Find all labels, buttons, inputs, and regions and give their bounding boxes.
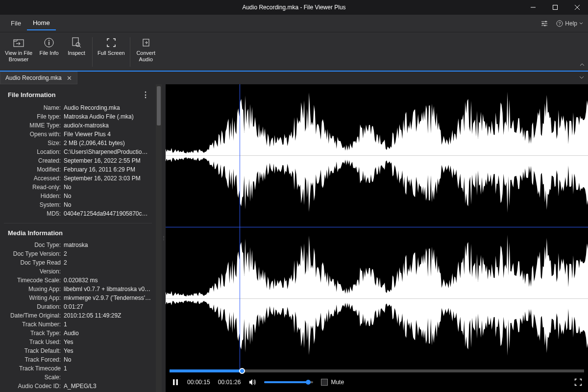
splitter-handle[interactable]: ⋮ <box>162 84 166 392</box>
property-label: Track Forced: <box>5 355 64 364</box>
property-label: Doc Type Read Version: <box>5 258 64 276</box>
menu-file[interactable]: File <box>5 17 27 30</box>
property-label: Read-only: <box>5 183 64 192</box>
minimize-button[interactable] <box>522 0 544 15</box>
window-title: Audio Recording.mka - File Viewer Plus <box>242 4 345 11</box>
property-label: Muxing App: <box>5 285 64 294</box>
progress-thumb[interactable] <box>239 368 245 374</box>
property-row: Duration:0:01:27 <box>4 302 152 311</box>
menu-home[interactable]: Home <box>27 16 56 30</box>
scrollbar-thumb[interactable] <box>157 86 161 125</box>
pause-button[interactable] <box>172 378 179 386</box>
sidebar-scrollbar[interactable] <box>156 84 162 392</box>
property-value: matroska <box>64 241 151 249</box>
ribbon-label: Full Screen <box>98 50 125 56</box>
view-in-file-browser-button[interactable]: View in File Browser <box>2 35 35 65</box>
close-tab-icon[interactable]: ✕ <box>67 74 72 82</box>
property-row: Modified:February 16, 2011 6:29 PM <box>4 165 152 174</box>
collapse-ribbon-button[interactable] <box>579 62 585 69</box>
tab-bar: Audio Recording.mka ✕ <box>0 71 588 84</box>
help-button[interactable]: ? Help <box>556 20 583 27</box>
property-row: Timecode Scale:0.020832 ms <box>4 276 152 285</box>
property-row: Doc Type Read Version:2 <box>4 258 152 276</box>
property-value: Yes <box>64 346 151 355</box>
inspect-button[interactable]: Inspect <box>63 35 90 58</box>
property-row: Doc Type:matroska <box>4 241 152 249</box>
file-info-header: File Information ⋮ <box>4 84 152 103</box>
media-info-title: Media Information <box>8 229 63 237</box>
volume-thumb[interactable] <box>306 380 311 385</box>
property-value: Audio Recording.mka <box>64 103 151 112</box>
property-label: Name: <box>5 103 64 112</box>
file-tab[interactable]: Audio Recording.mka ✕ <box>0 72 77 84</box>
property-value: libebml v0.7.7 + libmatroska v0.8.1 <box>64 285 151 294</box>
fullscreen-button[interactable] <box>574 378 582 386</box>
property-row: Track Used:Yes <box>4 338 152 346</box>
property-row: Track Type:Audio <box>4 329 152 338</box>
checkbox-icon <box>321 379 328 386</box>
property-value: 2010:12:05 11:49:29Z <box>64 311 151 320</box>
property-value: 0:01:27 <box>64 302 151 311</box>
file-tab-label: Audio Recording.mka <box>5 74 62 81</box>
kebab-menu-icon[interactable]: ⋮ <box>142 90 150 99</box>
file-info-button[interactable]: File Info <box>35 35 63 58</box>
property-value: File Viewer Plus 4 <box>64 130 151 139</box>
svg-rect-1 <box>553 5 557 10</box>
property-value: 0.020832 ms <box>64 276 151 285</box>
svg-rect-21 <box>176 379 178 385</box>
ribbon-separator <box>130 37 130 67</box>
property-label: Opens with: <box>5 130 64 139</box>
volume-slider[interactable] <box>264 381 313 383</box>
svg-text:?: ? <box>559 21 561 26</box>
tab-menu-button[interactable] <box>579 74 584 81</box>
current-time: 00:00:15 <box>187 379 210 386</box>
property-value: audio/x-matroska <box>64 121 151 130</box>
property-label: Track Default: <box>5 346 64 355</box>
titlebar: Audio Recording.mka - File Viewer Plus <box>0 0 588 15</box>
property-row: Doc Type Version:2 <box>4 249 152 258</box>
property-label: Location: <box>5 147 64 156</box>
property-value: No <box>64 200 151 209</box>
property-value: Yes <box>64 338 151 346</box>
property-label: Audio Codec ID: <box>5 382 64 391</box>
svg-rect-20 <box>173 379 175 385</box>
convert-audio-button[interactable]: Convert Audio <box>132 35 160 65</box>
convert-icon <box>141 37 151 48</box>
property-value: Matroska Audio File (.mka) <box>64 112 151 121</box>
property-value: September 16, 2022 2:55 PM <box>64 156 151 165</box>
property-value: September 16, 2022 3:03 PM <box>64 174 151 183</box>
ribbon-label: Convert Audio <box>136 50 155 63</box>
property-row: Track Number:1 <box>4 320 152 329</box>
property-value: No <box>64 355 151 364</box>
property-value: 1 <box>64 364 151 382</box>
property-label: Doc Type: <box>5 241 64 249</box>
settings-icon[interactable] <box>539 18 550 29</box>
property-label: Timecode Scale: <box>5 276 64 285</box>
ribbon-label: File Info <box>39 50 58 56</box>
property-value: 1 <box>64 320 151 329</box>
property-label: Track Type: <box>5 329 64 338</box>
full-screen-button[interactable]: Full Screen <box>95 35 128 58</box>
property-row: System:No <box>4 200 152 209</box>
property-label: Doc Type Version: <box>5 249 64 258</box>
property-label: Created: <box>5 156 64 165</box>
property-row: Track Forced:No <box>4 355 152 364</box>
volume-icon[interactable] <box>248 378 256 386</box>
progress-fill <box>170 369 242 372</box>
mute-checkbox[interactable]: Mute <box>321 379 344 386</box>
window-controls <box>522 0 588 15</box>
property-row: Audio Codec ID:A_MPEG/L3 <box>4 382 152 391</box>
property-value: mkvmerge v2.9.7 ('Tenderness') b... <box>64 294 151 302</box>
property-row: Track Timecode Scale:1 <box>4 364 152 382</box>
property-label: Modified: <box>5 165 64 174</box>
close-button[interactable] <box>566 0 588 15</box>
player-controls: 00:00:15 00:01:26 Mute <box>166 372 588 392</box>
help-label: Help <box>565 20 577 27</box>
folder-arrow-icon <box>13 37 24 48</box>
property-row: Accessed:September 16, 2022 3:03 PM <box>4 174 152 183</box>
waveform-area[interactable] <box>166 84 588 369</box>
property-row: Writing App:mkvmerge v2.9.7 ('Tenderness… <box>4 294 152 302</box>
property-label: Track Number: <box>5 320 64 329</box>
maximize-button[interactable] <box>544 0 566 15</box>
progress-bar[interactable] <box>170 369 584 372</box>
